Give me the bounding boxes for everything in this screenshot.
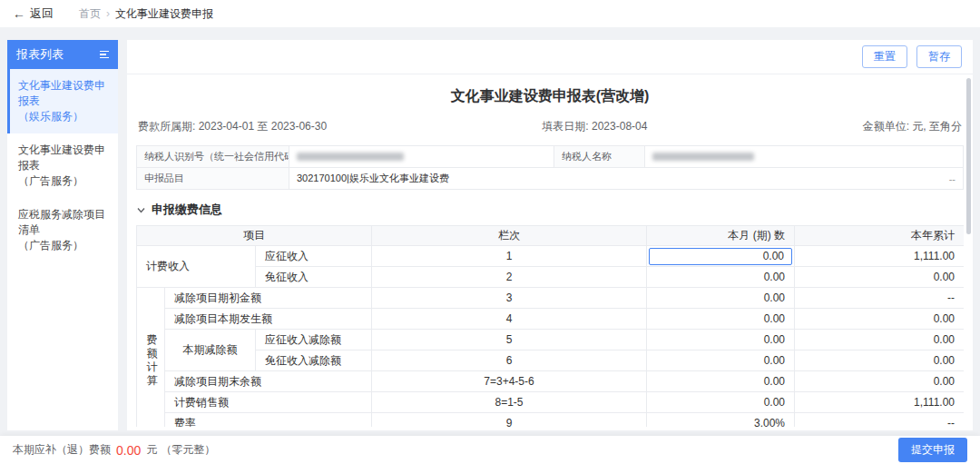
header-year-to-date: 本年累计 xyxy=(795,226,965,246)
section-title: 申报缴费信息 xyxy=(152,202,222,218)
table-header-row: 项目 栏次 本月 (期) 数 本年累计 xyxy=(137,226,965,246)
row-current: 0.00 xyxy=(647,392,795,413)
row-current: 0.00 xyxy=(647,371,795,392)
row-column-no: 8=1-5 xyxy=(372,392,647,413)
submit-declaration-button[interactable]: 提交申报 xyxy=(898,438,967,462)
group-billable-income: 计费收入 xyxy=(137,246,256,288)
sidebar-item-entertainment-report[interactable]: 文化事业建设费申报表 （娱乐服务） xyxy=(7,69,118,133)
row-ytd: 0.00 xyxy=(795,330,965,350)
row-column-no: 5 xyxy=(372,330,647,350)
table-row: 免征收入减除额 6 0.00 0.00 xyxy=(137,350,965,371)
fee-period: 费款所属期: 2023-04-01 至 2023-06-30 xyxy=(138,119,327,134)
top-bar: ← 返回 首页 › 文化事业建设费申报 xyxy=(0,0,980,27)
sidebar-item-deduction-list[interactable]: 应税服务减除项目清单 （广告服务） xyxy=(7,198,118,262)
report-meta-row: 费款所属期: 2023-04-01 至 2023-06-30 填表日期: 202… xyxy=(138,119,962,134)
declare-item-value: 302170100|娱乐业文化事业建设费 xyxy=(297,172,449,185)
declare-item-extra: -- xyxy=(949,173,956,184)
redacted-taxpayer-name xyxy=(652,153,754,161)
payment-summary: 本期应补（退）费额 0.00 元 （零元整） xyxy=(13,442,215,458)
table-row: 计费销售额 8=1-5 0.00 1,111.00 xyxy=(137,392,965,413)
bottom-action-bar: 本期应补（退）费额 0.00 元 （零元整） 提交申报 xyxy=(0,436,980,464)
row-label: 减除项目本期发生额 xyxy=(165,309,372,330)
section-header-payment-info[interactable]: 申报缴费信息 xyxy=(136,202,964,218)
vertical-scrollbar[interactable] xyxy=(966,78,971,234)
taxable-income-current-input[interactable] xyxy=(649,248,792,265)
row-label: 费率 xyxy=(165,413,372,428)
amount-unit-label: 元 xyxy=(146,442,157,458)
breadcrumb-current: 文化事业建设费申报 xyxy=(115,6,213,22)
row-label: 应征收入 xyxy=(256,246,372,267)
report-title: 文化事业建设费申报表(营改增) xyxy=(127,87,973,106)
sidebar-item-label: 文化事业建设费申报表 xyxy=(18,143,111,173)
amount-capital: （零元整） xyxy=(161,442,215,458)
declare-item-label: 申报品目 xyxy=(137,168,289,190)
breadcrumb: 首页 › 文化事业建设费申报 xyxy=(79,6,213,22)
row-label: 计费销售额 xyxy=(165,392,372,413)
row-ytd: 0.00 xyxy=(795,371,965,392)
stash-button[interactable]: 暂存 xyxy=(916,45,962,68)
row-label: 免征收入 xyxy=(256,267,372,288)
amount-unit: 金额单位: 元, 至角分 xyxy=(863,119,962,134)
redacted-taxpayer-id xyxy=(297,153,404,161)
collapse-menu-icon[interactable] xyxy=(100,51,109,59)
row-current-cell xyxy=(647,246,795,267)
row-column-no: 7=3+4-5-6 xyxy=(372,371,647,392)
sidebar-item-sublabel: （广告服务） xyxy=(18,173,111,189)
sidebar-item-label: 应税服务减除项目清单 xyxy=(18,207,111,238)
row-ytd: 0.00 xyxy=(795,267,965,288)
sidebar-item-label: 文化事业建设费申报表 xyxy=(18,78,111,109)
declare-item-value-cell: 302170100|娱乐业文化事业建设费 -- xyxy=(289,168,964,190)
row-column-no: 3 xyxy=(372,288,647,309)
sidebar-item-sublabel: （广告服务） xyxy=(18,238,111,253)
taxpayer-id-label: 纳税人识别号（统一社会信用代码） xyxy=(137,146,289,168)
table-row: 费率 9 3.00% -- xyxy=(137,413,965,428)
header-column-no: 栏次 xyxy=(372,226,647,246)
taxpayer-info-table: 纳税人识别号（统一社会信用代码） 纳税人名称 申报品目 302170100|娱乐… xyxy=(136,145,964,190)
table-row: 本期减除额 应征收入减除额 5 0.00 0.00 xyxy=(137,330,965,350)
declaration-table-container: 项目 栏次 本月 (期) 数 本年累计 计费收入 应征收入 1 1,111.00 xyxy=(136,225,964,427)
fill-date: 填表日期: 2023-08-04 xyxy=(542,119,647,134)
table-row: 减除项目期末余额 7=3+4-5-6 0.00 0.00 xyxy=(137,371,965,392)
sidebar-header: 报表列表 xyxy=(7,40,118,69)
group-current-deduction: 本期减除额 xyxy=(165,330,256,371)
row-current: 0.00 xyxy=(647,267,795,288)
row-column-no: 6 xyxy=(372,350,647,371)
row-ytd: -- xyxy=(795,288,965,309)
breadcrumb-separator: › xyxy=(106,7,110,20)
row-label: 减除项目期初金额 xyxy=(165,288,372,309)
row-label: 减除项目期末余额 xyxy=(165,371,372,392)
reset-button[interactable]: 重置 xyxy=(862,45,907,68)
back-arrow-icon: ← xyxy=(13,7,25,20)
report-list-sidebar: 报表列表 文化事业建设费申报表 （娱乐服务） 文化事业建设费申报表 （广告服务）… xyxy=(7,40,118,430)
form-toolbar: 重置 暂存 xyxy=(127,40,973,74)
table-row: 减除项目本期发生额 4 0.00 0.00 xyxy=(137,309,965,330)
back-label: 返回 xyxy=(30,5,54,22)
row-label: 免征收入减除额 xyxy=(256,350,372,371)
sidebar-item-advertising-report[interactable]: 文化事业建设费申报表 （广告服务） xyxy=(7,133,118,198)
sidebar-title: 报表列表 xyxy=(16,46,64,63)
row-ytd: -- xyxy=(795,413,965,428)
payable-amount: 0.00 xyxy=(116,443,141,458)
table-row: 计费收入 应征收入 1 1,111.00 xyxy=(137,246,965,267)
row-current: 0.00 xyxy=(647,330,795,350)
row-column-no: 9 xyxy=(372,413,647,428)
chevron-down-icon xyxy=(136,205,146,215)
taxpayer-name-label: 纳税人名称 xyxy=(554,146,645,168)
row-ytd: 1,111.00 xyxy=(795,392,965,413)
row-current: 0.00 xyxy=(647,288,795,309)
report-form-panel: 重置 暂存 文化事业建设费申报表(营改增) 费款所属期: 2023-04-01 … xyxy=(127,40,973,430)
row-ytd: 0.00 xyxy=(795,350,965,371)
taxpayer-id-value xyxy=(289,146,554,168)
table-row: 费额计算 减除项目期初金额 3 0.00 -- xyxy=(137,288,965,309)
header-current-period: 本月 (期) 数 xyxy=(647,226,795,246)
back-button[interactable]: ← 返回 xyxy=(13,5,54,22)
row-current: 0.00 xyxy=(647,350,795,371)
declaration-table: 项目 栏次 本月 (期) 数 本年累计 计费收入 应征收入 1 1,111.00 xyxy=(136,225,964,427)
sidebar-item-sublabel: （娱乐服务） xyxy=(18,109,111,124)
row-current: 0.00 xyxy=(647,309,795,330)
row-column-no: 2 xyxy=(372,267,647,288)
table-row: 免征收入 2 0.00 0.00 xyxy=(137,267,965,288)
breadcrumb-home[interactable]: 首页 xyxy=(79,6,101,22)
taxpayer-name-value xyxy=(645,146,964,168)
row-label: 应征收入减除额 xyxy=(256,330,372,350)
